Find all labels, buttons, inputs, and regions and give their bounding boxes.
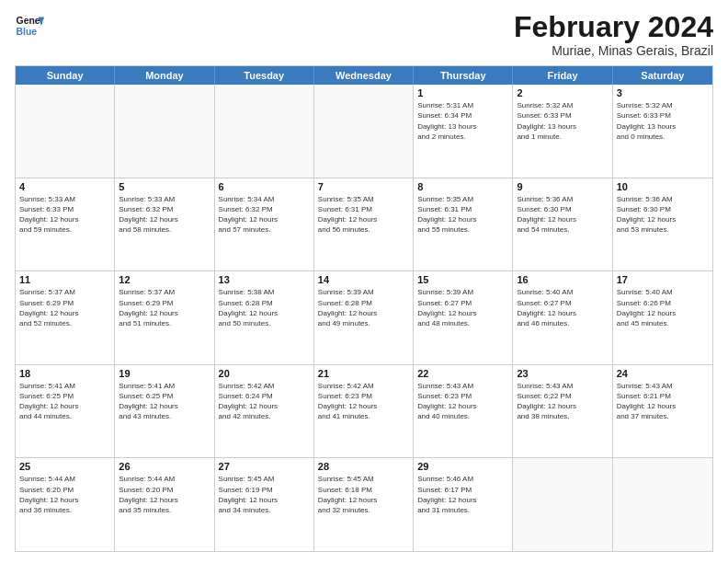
day-number: 7 (318, 181, 409, 192)
day-number: 6 (219, 181, 310, 192)
day-of-week-header: Saturday (613, 66, 712, 85)
day-info: Sunrise: 5:35 AM Sunset: 6:31 PM Dayligh… (417, 194, 508, 236)
calendar-cell: 22Sunrise: 5:43 AM Sunset: 6:23 PM Dayli… (414, 365, 513, 458)
calendar-week-row: 1Sunrise: 5:31 AM Sunset: 6:34 PM Daylig… (16, 85, 712, 178)
day-of-week-header: Thursday (414, 66, 513, 85)
day-of-week-header: Sunday (16, 66, 115, 85)
day-info: Sunrise: 5:44 AM Sunset: 6:20 PM Dayligh… (119, 474, 210, 515)
day-number: 15 (417, 274, 508, 285)
day-number: 25 (19, 461, 110, 472)
title-block: February 2024 Muriae, Minas Gerais, Braz… (514, 11, 713, 58)
calendar-cell: 13Sunrise: 5:38 AM Sunset: 6:28 PM Dayli… (215, 271, 314, 364)
calendar-body: 1Sunrise: 5:31 AM Sunset: 6:34 PM Daylig… (16, 85, 712, 551)
day-info: Sunrise: 5:39 AM Sunset: 6:28 PM Dayligh… (318, 287, 409, 328)
day-info: Sunrise: 5:43 AM Sunset: 6:21 PM Dayligh… (617, 381, 709, 422)
page: General Blue February 2024 Muriae, Minas… (0, 0, 728, 563)
calendar-cell: 5Sunrise: 5:33 AM Sunset: 6:32 PM Daylig… (115, 178, 214, 271)
calendar-cell: 14Sunrise: 5:39 AM Sunset: 6:28 PM Dayli… (314, 271, 414, 364)
day-info: Sunrise: 5:43 AM Sunset: 6:23 PM Dayligh… (417, 381, 508, 422)
day-info: Sunrise: 5:35 AM Sunset: 6:31 PM Dayligh… (318, 194, 409, 236)
calendar-cell: 4Sunrise: 5:33 AM Sunset: 6:33 PM Daylig… (16, 178, 115, 271)
day-info: Sunrise: 5:44 AM Sunset: 6:20 PM Dayligh… (19, 474, 110, 515)
day-info: Sunrise: 5:37 AM Sunset: 6:29 PM Dayligh… (119, 287, 210, 328)
calendar-cell (115, 85, 214, 178)
day-info: Sunrise: 5:37 AM Sunset: 6:29 PM Dayligh… (19, 287, 110, 328)
calendar-cell: 29Sunrise: 5:46 AM Sunset: 6:17 PM Dayli… (414, 458, 513, 551)
calendar-cell: 17Sunrise: 5:40 AM Sunset: 6:26 PM Dayli… (613, 271, 712, 364)
day-info: Sunrise: 5:41 AM Sunset: 6:25 PM Dayligh… (119, 381, 210, 422)
day-number: 21 (318, 368, 409, 379)
calendar-cell: 23Sunrise: 5:43 AM Sunset: 6:22 PM Dayli… (513, 365, 612, 458)
day-number: 27 (219, 461, 310, 472)
calendar-cell: 25Sunrise: 5:44 AM Sunset: 6:20 PM Dayli… (16, 458, 115, 551)
calendar-cell: 1Sunrise: 5:31 AM Sunset: 6:34 PM Daylig… (414, 85, 513, 178)
day-info: Sunrise: 5:34 AM Sunset: 6:32 PM Dayligh… (219, 194, 310, 236)
calendar-cell: 18Sunrise: 5:41 AM Sunset: 6:25 PM Dayli… (16, 365, 115, 458)
day-info: Sunrise: 5:45 AM Sunset: 6:19 PM Dayligh… (219, 474, 310, 515)
day-number: 2 (517, 87, 608, 98)
day-info: Sunrise: 5:31 AM Sunset: 6:34 PM Dayligh… (417, 100, 508, 142)
logo: General Blue (15, 11, 48, 40)
day-info: Sunrise: 5:46 AM Sunset: 6:17 PM Dayligh… (417, 474, 508, 515)
calendar-cell: 28Sunrise: 5:45 AM Sunset: 6:18 PM Dayli… (314, 458, 414, 551)
calendar-header: SundayMondayTuesdayWednesdayThursdayFrid… (16, 66, 712, 85)
calendar-cell: 10Sunrise: 5:36 AM Sunset: 6:30 PM Dayli… (613, 178, 712, 271)
calendar-cell: 7Sunrise: 5:35 AM Sunset: 6:31 PM Daylig… (314, 178, 414, 271)
calendar-cell (613, 458, 712, 551)
day-info: Sunrise: 5:36 AM Sunset: 6:30 PM Dayligh… (617, 194, 709, 236)
day-info: Sunrise: 5:39 AM Sunset: 6:27 PM Dayligh… (417, 287, 508, 328)
calendar: SundayMondayTuesdayWednesdayThursdayFrid… (15, 65, 713, 552)
calendar-cell: 12Sunrise: 5:37 AM Sunset: 6:29 PM Dayli… (115, 271, 214, 364)
day-info: Sunrise: 5:33 AM Sunset: 6:32 PM Dayligh… (119, 194, 210, 236)
calendar-cell (215, 85, 314, 178)
calendar-cell: 27Sunrise: 5:45 AM Sunset: 6:19 PM Dayli… (215, 458, 314, 551)
day-info: Sunrise: 5:32 AM Sunset: 6:33 PM Dayligh… (617, 100, 709, 142)
day-number: 18 (19, 368, 110, 379)
day-number: 28 (318, 461, 409, 472)
svg-text:Blue: Blue (17, 27, 38, 37)
calendar-cell: 20Sunrise: 5:42 AM Sunset: 6:24 PM Dayli… (215, 365, 314, 458)
day-info: Sunrise: 5:36 AM Sunset: 6:30 PM Dayligh… (517, 194, 608, 236)
day-number: 11 (19, 274, 110, 285)
day-of-week-header: Monday (115, 66, 214, 85)
calendar-cell: 8Sunrise: 5:35 AM Sunset: 6:31 PM Daylig… (414, 178, 513, 271)
day-info: Sunrise: 5:45 AM Sunset: 6:18 PM Dayligh… (318, 474, 409, 515)
day-number: 23 (517, 368, 608, 379)
calendar-cell: 16Sunrise: 5:40 AM Sunset: 6:27 PM Dayli… (513, 271, 612, 364)
day-number: 3 (617, 87, 709, 98)
calendar-cell: 21Sunrise: 5:42 AM Sunset: 6:23 PM Dayli… (314, 365, 414, 458)
day-number: 24 (617, 368, 709, 379)
day-number: 5 (119, 181, 210, 192)
day-number: 16 (517, 274, 608, 285)
calendar-cell: 19Sunrise: 5:41 AM Sunset: 6:25 PM Dayli… (115, 365, 214, 458)
day-number: 19 (119, 368, 210, 379)
calendar-cell (16, 85, 115, 178)
day-info: Sunrise: 5:38 AM Sunset: 6:28 PM Dayligh… (219, 287, 310, 328)
day-info: Sunrise: 5:42 AM Sunset: 6:23 PM Dayligh… (318, 381, 409, 422)
day-number: 4 (19, 181, 110, 192)
header: General Blue February 2024 Muriae, Minas… (15, 11, 713, 58)
calendar-cell: 26Sunrise: 5:44 AM Sunset: 6:20 PM Dayli… (115, 458, 214, 551)
day-number: 8 (417, 181, 508, 192)
day-number: 1 (417, 87, 508, 98)
day-info: Sunrise: 5:33 AM Sunset: 6:33 PM Dayligh… (19, 194, 110, 236)
calendar-cell: 24Sunrise: 5:43 AM Sunset: 6:21 PM Dayli… (613, 365, 712, 458)
day-number: 10 (617, 181, 709, 192)
month-title: February 2024 (514, 11, 713, 43)
day-number: 9 (517, 181, 608, 192)
calendar-cell: 9Sunrise: 5:36 AM Sunset: 6:30 PM Daylig… (513, 178, 612, 271)
calendar-cell (513, 458, 612, 551)
day-number: 13 (219, 274, 310, 285)
day-info: Sunrise: 5:40 AM Sunset: 6:26 PM Dayligh… (617, 287, 709, 328)
day-number: 26 (119, 461, 210, 472)
day-number: 14 (318, 274, 409, 285)
calendar-cell: 11Sunrise: 5:37 AM Sunset: 6:29 PM Dayli… (16, 271, 115, 364)
day-info: Sunrise: 5:41 AM Sunset: 6:25 PM Dayligh… (19, 381, 110, 422)
day-of-week-header: Friday (513, 66, 612, 85)
day-number: 12 (119, 274, 210, 285)
calendar-week-row: 25Sunrise: 5:44 AM Sunset: 6:20 PM Dayli… (16, 458, 712, 551)
day-info: Sunrise: 5:43 AM Sunset: 6:22 PM Dayligh… (517, 381, 608, 422)
day-number: 20 (219, 368, 310, 379)
day-number: 22 (417, 368, 508, 379)
calendar-cell: 2Sunrise: 5:32 AM Sunset: 6:33 PM Daylig… (513, 85, 612, 178)
